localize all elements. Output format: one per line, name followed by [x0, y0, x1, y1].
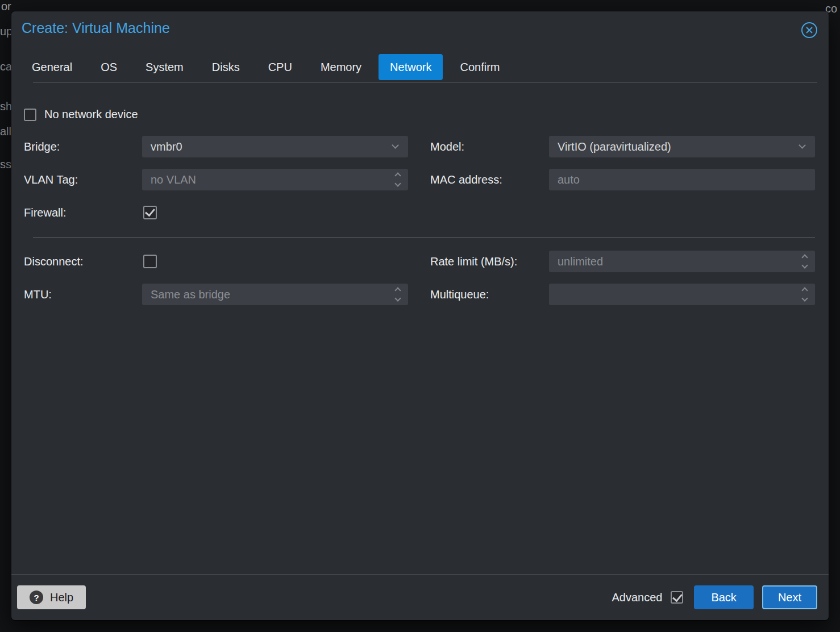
vlan-tag-label: VLAN Tag:: [24, 173, 142, 186]
tab-memory[interactable]: Memory: [309, 54, 373, 80]
tab-os[interactable]: OS: [89, 54, 128, 80]
vlan-tag-spinner[interactable]: [142, 169, 408, 190]
form-grid-advanced: Disconnect: Rate limit (MB/s): MTU:: [24, 251, 815, 305]
multiqueue-spinner[interactable]: [549, 284, 815, 305]
spinner-arrows-icon[interactable]: [396, 288, 400, 301]
disconnect-checkbox[interactable]: [143, 255, 157, 268]
firewall-label: Firewall:: [24, 206, 142, 219]
tab-system[interactable]: System: [134, 54, 195, 80]
bridge-label: Bridge:: [24, 140, 142, 153]
model-combobox[interactable]: VirtIO (paravirtualized): [549, 136, 815, 157]
firewall-checkbox[interactable]: [143, 206, 157, 219]
spinner-arrows-icon[interactable]: [802, 255, 807, 268]
tab-cpu[interactable]: CPU: [257, 54, 303, 80]
backdrop-fragment: ca: [0, 60, 12, 73]
advanced-checkbox[interactable]: [671, 591, 683, 604]
help-button[interactable]: ? Help: [17, 585, 86, 609]
backdrop-fragment: all: [0, 125, 11, 138]
question-circle-icon: ?: [30, 591, 43, 604]
multiqueue-input[interactable]: [549, 284, 815, 305]
rate-limit-spinner[interactable]: [549, 251, 815, 272]
spinner-arrows-icon[interactable]: [396, 173, 400, 186]
help-button-label: Help: [50, 591, 73, 604]
rate-limit-label: Rate limit (MB/s):: [430, 255, 549, 268]
no-network-device-row: No network device: [24, 108, 815, 121]
multiqueue-label: Multiqueue:: [430, 288, 549, 301]
model-value: VirtIO (paravirtualized): [549, 136, 815, 157]
disconnect-checkbox-cell: [142, 255, 408, 268]
firewall-checkbox-cell: [142, 206, 408, 219]
mtu-spinner[interactable]: [142, 284, 408, 305]
advanced-section-divider: [33, 237, 815, 238]
form-grid-main: Bridge: vmbr0 Model: VirtIO (paravirtual…: [24, 136, 815, 223]
disconnect-label: Disconnect:: [24, 255, 142, 268]
tab-disks[interactable]: Disks: [201, 54, 251, 80]
network-form: No network device Bridge: vmbr0 Model: V…: [11, 108, 829, 305]
tab-divider: [33, 82, 817, 83]
mac-address-input[interactable]: [549, 169, 815, 190]
mac-address-field[interactable]: [549, 169, 815, 190]
next-button[interactable]: Next: [762, 585, 817, 609]
no-network-device-checkbox[interactable]: [24, 109, 36, 121]
tab-network[interactable]: Network: [379, 54, 443, 80]
tab-bar: General OS System Disks CPU Memory Netwo…: [11, 54, 829, 80]
mac-address-label: MAC address:: [430, 173, 549, 186]
mtu-input[interactable]: [142, 284, 408, 305]
dialog-titlebar: Create: Virtual Machine: [11, 11, 829, 38]
rate-limit-input[interactable]: [549, 251, 815, 272]
tab-general[interactable]: General: [20, 54, 84, 80]
no-network-device-label: No network device: [44, 108, 138, 121]
footer-actions: Advanced Back Next: [612, 585, 817, 609]
bridge-combobox[interactable]: vmbr0: [142, 136, 408, 157]
model-label: Model:: [430, 140, 549, 153]
tab-confirm[interactable]: Confirm: [448, 54, 511, 80]
mtu-label: MTU:: [24, 288, 142, 301]
backdrop-fragment: ss: [0, 158, 11, 171]
dialog-footer: ? Help Advanced Back Next: [11, 574, 829, 620]
dialog-title: Create: Virtual Machine: [22, 20, 170, 36]
backdrop-fragment: sh: [0, 100, 12, 113]
create-vm-dialog: Create: Virtual Machine General OS Syste…: [11, 11, 829, 620]
advanced-label: Advanced: [612, 591, 662, 604]
bridge-value: vmbr0: [142, 136, 408, 157]
backdrop-fragment: up: [0, 25, 13, 38]
close-icon[interactable]: [801, 22, 817, 38]
backdrop-fragment: or: [1, 0, 11, 13]
back-button[interactable]: Back: [694, 585, 753, 609]
vlan-tag-input[interactable]: [142, 169, 408, 190]
spinner-arrows-icon[interactable]: [802, 288, 807, 301]
